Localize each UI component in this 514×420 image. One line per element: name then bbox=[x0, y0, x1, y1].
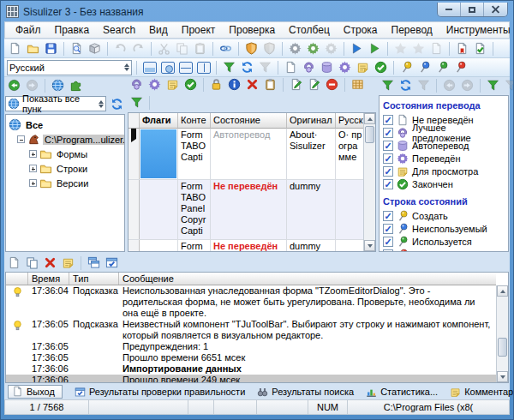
filter-apply-button[interactable] bbox=[221, 59, 237, 75]
combo-spinner-icon[interactable] bbox=[99, 100, 104, 108]
original-cell[interactable]: dummy bbox=[287, 180, 336, 239]
menu-translation[interactable]: Перевод bbox=[385, 22, 439, 38]
scrollbar-thumb[interactable] bbox=[365, 126, 374, 143]
prev-filter-button[interactable] bbox=[441, 77, 457, 93]
back-button[interactable] bbox=[6, 77, 22, 93]
next-filter-button[interactable] bbox=[459, 77, 475, 93]
scroll-up-button[interactable] bbox=[497, 285, 508, 297]
validate-button[interactable] bbox=[472, 40, 488, 57]
exchange-wizard-button[interactable] bbox=[243, 40, 260, 57]
state-filter-best-guess[interactable]: ✓ Лучшее предложение bbox=[383, 126, 505, 139]
show-auto-translated-button[interactable] bbox=[319, 59, 335, 75]
state-review-button[interactable] bbox=[164, 76, 181, 93]
addons-button[interactable] bbox=[68, 77, 84, 93]
favorite-all-button[interactable] bbox=[410, 40, 427, 57]
log-header-message[interactable]: Сообщение bbox=[119, 273, 496, 285]
log-header-time[interactable]: Время bbox=[28, 273, 69, 285]
tree-filter-combobox[interactable]: Показать все пунк bbox=[5, 96, 106, 111]
log-header-type[interactable]: Тип bbox=[69, 273, 119, 285]
state-complete-button[interactable] bbox=[182, 76, 199, 93]
tree-item-all[interactable]: Все bbox=[6, 117, 124, 132]
state-cell[interactable]: Автоперевод bbox=[211, 129, 287, 179]
flags-cell[interactable] bbox=[140, 129, 178, 179]
translation-cell[interactable] bbox=[336, 180, 363, 239]
log-row[interactable]: 17:36:05 Предупреждения: 1 bbox=[6, 341, 496, 352]
log-row-selected[interactable]: 17:36:06 Прошло времени 249 мсек bbox=[6, 375, 496, 382]
favorite-button[interactable] bbox=[392, 40, 409, 57]
refresh-filter-button[interactable] bbox=[397, 77, 414, 93]
tab-statistics[interactable]: Статистика... bbox=[366, 387, 438, 398]
grid-header-translation[interactable]: Русск bbox=[336, 113, 363, 129]
expand-box-icon[interactable] bbox=[29, 165, 37, 172]
tab-search-results[interactable]: Результаты поиска bbox=[257, 387, 354, 398]
checkbox-checked[interactable]: ✓ bbox=[383, 115, 393, 125]
language-combobox[interactable]: Русский bbox=[7, 60, 132, 75]
scrollbar-thumb[interactable] bbox=[498, 338, 507, 357]
checkbox-checked[interactable]: ✓ bbox=[383, 249, 393, 253]
log-notes-button[interactable] bbox=[60, 255, 76, 271]
log-row[interactable]: 17:36:04 Подсказка Неиспользованная унас… bbox=[6, 285, 496, 319]
state-translated-button[interactable] bbox=[146, 76, 163, 93]
translation-cell[interactable] bbox=[336, 240, 363, 251]
show-best-guess-button[interactable] bbox=[301, 59, 317, 75]
link-button[interactable] bbox=[218, 40, 234, 57]
lock-row-button[interactable] bbox=[208, 76, 224, 93]
remove-filter-button[interactable] bbox=[503, 77, 514, 93]
grid-columns-button[interactable] bbox=[350, 76, 366, 93]
clear-filter-button[interactable] bbox=[415, 77, 432, 93]
layout-vsplit-button[interactable] bbox=[195, 59, 212, 75]
state-cell[interactable]: Не переведён bbox=[211, 240, 287, 251]
context-cell[interactable]: Form TABO Panel Copyr Capti bbox=[178, 180, 211, 239]
log-row[interactable]: 17:36:06 Импортирование данных bbox=[6, 363, 496, 375]
state-cell[interactable]: Не переведён bbox=[211, 180, 287, 239]
cascade-windows-button[interactable] bbox=[86, 255, 102, 271]
tab-comment[interactable]: Комментарий bbox=[450, 387, 514, 398]
new-project-button[interactable] bbox=[7, 40, 23, 57]
refresh-button[interactable] bbox=[239, 59, 255, 75]
menu-edit[interactable]: Правка bbox=[48, 22, 97, 38]
edit-translation-button[interactable] bbox=[306, 76, 322, 93]
tree-refresh-button[interactable] bbox=[109, 96, 125, 112]
run-button[interactable] bbox=[367, 40, 383, 57]
menu-row[interactable]: Строка bbox=[337, 22, 385, 38]
grid-header-state[interactable]: Состояние bbox=[211, 113, 287, 129]
minimize-button[interactable] bbox=[438, 3, 461, 16]
state-filter-complete[interactable]: ✓ Закончен bbox=[383, 177, 505, 190]
scan-stop-button[interactable] bbox=[323, 40, 339, 57]
paste-button[interactable] bbox=[192, 40, 208, 57]
log-row[interactable]: 17:36:05 Прошло времени 6651 мсек bbox=[6, 352, 496, 363]
layout-hsplit-button[interactable] bbox=[177, 59, 194, 75]
checkbox-checked[interactable]: ✓ bbox=[383, 128, 393, 138]
layout-single-button[interactable] bbox=[141, 59, 158, 75]
grid-filter-button[interactable] bbox=[128, 94, 145, 111]
grid-row[interactable]: Form TABO Capti Автоперевод About· Sisul… bbox=[128, 129, 363, 180]
checkbox-checked[interactable]: ✓ bbox=[383, 237, 393, 247]
log-row[interactable]: 17:36:05 Подсказка Неизвестный компонент… bbox=[6, 319, 496, 341]
save-log-button[interactable] bbox=[6, 255, 22, 271]
tab-output[interactable]: Выход bbox=[8, 385, 63, 399]
grid-row[interactable]: Form TABO Panel Copyr Capti Не переведён… bbox=[128, 180, 363, 240]
grid-header-flags[interactable]: Флаги bbox=[140, 113, 178, 129]
exchange-button[interactable] bbox=[261, 40, 278, 57]
menu-column[interactable]: Столбец bbox=[282, 22, 337, 38]
row-filter-unused[interactable]: ✓ Неиспользуемый bbox=[383, 222, 505, 235]
package-button[interactable] bbox=[87, 40, 103, 57]
log-vertical-scrollbar[interactable] bbox=[496, 285, 508, 382]
show-changed-rows-button[interactable] bbox=[452, 59, 469, 75]
copy-log-button[interactable] bbox=[24, 255, 40, 271]
combo-spinner-icon[interactable] bbox=[124, 63, 129, 71]
original-cell[interactable]: About· Sisulizer bbox=[287, 129, 336, 179]
scan-all-button[interactable] bbox=[305, 40, 321, 57]
close-button[interactable] bbox=[484, 3, 507, 16]
expand-box-icon[interactable] bbox=[29, 150, 37, 158]
scroll-down-button[interactable] bbox=[497, 371, 508, 382]
edit-original-button[interactable] bbox=[288, 76, 304, 93]
row-filter-new[interactable]: ✓ Создать bbox=[383, 209, 505, 222]
tree-item-project[interactable]: C:\Program...ulizer.exe bbox=[15, 132, 124, 147]
menu-search[interactable]: Search bbox=[96, 22, 142, 38]
menu-tools[interactable]: Инструменты bbox=[439, 22, 514, 38]
scroll-up-button[interactable] bbox=[364, 113, 375, 124]
checkbox-checked[interactable]: ✓ bbox=[383, 179, 393, 189]
report-button[interactable] bbox=[428, 40, 445, 57]
grid-row[interactable]: Form Не переведён dummy bbox=[128, 240, 363, 251]
